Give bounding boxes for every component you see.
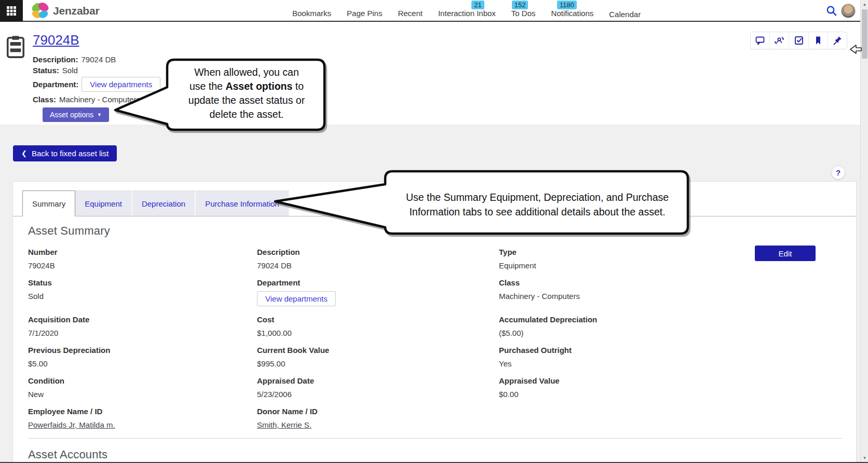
field-empty [499,406,750,430]
asset-summary-heading: Asset Summary [28,224,110,238]
main-nav: Bookmarks Page Pins Recent 21 Interactio… [292,0,641,22]
field-previous-depreciation: Previous Depreciation $5.00 [28,345,257,369]
interaction-sync-button[interactable] [770,32,789,49]
field-description: Description 79024 DB [257,247,499,271]
field-current-book-value: Current Book Value $995.00 [257,345,499,369]
comment-button[interactable] [751,32,770,49]
vertical-scrollbar[interactable]: ▲ ▼ [860,0,868,463]
department-label: Department: [33,80,78,89]
callout-asset-options-text: When allowed, you can use the Asset opti… [172,65,321,121]
grid-icon [6,6,17,16]
scroll-down-arrow[interactable]: ▼ [861,454,868,462]
page: Jenzabar Bookmarks Page Pins Recent 21 I… [0,0,868,463]
jenzabar-butterfly-icon [30,1,50,21]
brand-logo[interactable]: Jenzabar [30,1,99,21]
nav-notifications[interactable]: 1180 Notifications [551,5,594,18]
section-divider [28,438,842,439]
notifications-badge: 1180 [557,1,577,9]
chevron-left-icon: ❮ [21,149,27,157]
view-departments-button-summary[interactable]: View departments [257,291,336,306]
tab-depreciation[interactable]: Depreciation [132,190,196,216]
app-launcher-button[interactable] [0,0,23,22]
pin-button[interactable] [828,32,847,49]
asset-options-button[interactable]: Asset options ▼ [43,107,109,122]
nav-interaction-inbox[interactable]: 21 Interaction Inbox [438,5,496,18]
comment-icon [755,35,765,46]
description-value: 79024 DB [82,55,116,64]
description-label: Description: [33,55,78,64]
employee-link[interactable]: Powerfaids Jr, Matilda m. [28,420,115,429]
nav-page-pins[interactable]: Page Pins [347,5,382,18]
edit-button[interactable]: Edit [755,246,816,261]
search-button[interactable] [825,5,838,17]
field-appraised-date: Appraised Date 5/23/2006 [257,376,499,400]
field-purchased-outright: Purchased Outright Yes [499,345,750,369]
asset-accounts-heading: Asset Accounts [28,448,107,461]
nav-calendar[interactable]: Calendar [609,4,641,19]
status-line: Status: Sold [33,66,78,75]
description-line: Description: 79024 DB [33,55,116,64]
clipboard-icon [6,35,25,60]
chevron-down-icon: ▼ [97,112,102,117]
donor-link[interactable]: Smith, Kerrie S. [257,420,311,429]
nav-recent[interactable]: Recent [398,5,423,18]
field-type: Type Equipment [499,247,750,271]
field-employee-name-id: Employee Name / ID Powerfaids Jr, Matild… [28,406,257,430]
nav-to-dos[interactable]: 152 To Dos [511,5,536,18]
field-status: Status Sold [28,278,257,308]
tab-equipment[interactable]: Equipment [75,190,132,216]
field-acquisition-date: Acquisition Date 7/1/2020 [28,315,257,338]
field-condition: Condition New [28,376,257,400]
asset-summary-grid: Number 79024B Description 79024 DB Type … [28,247,750,437]
task-button[interactable] [789,32,808,49]
mouse-cursor [849,44,863,55]
callout-tabs-text: Use the Summary Equipment, Depreciation,… [399,190,676,219]
bookmark-button[interactable] [809,32,828,49]
search-icon [825,5,838,17]
field-accumulated-depreciation: Accumulated Depreciation ($5.00) [499,315,750,338]
field-cost: Cost $1,000.00 [257,315,499,338]
back-to-fixed-asset-list-button[interactable]: ❮ Back to fixed asset list [13,145,117,161]
pushpin-icon [832,35,843,46]
user-avatar[interactable] [841,4,856,18]
status-value: Sold [62,66,78,75]
bookmark-icon [813,35,823,46]
scroll-up-arrow[interactable]: ▲ [861,0,868,8]
tab-summary[interactable]: Summary [22,190,75,216]
to-dos-badge: 152 [512,1,528,9]
field-appraised-value: Appraised Value $0.00 [499,376,750,400]
field-number: Number 79024B [28,247,257,271]
task-check-icon [794,35,804,46]
asset-mini-toolbar [750,32,847,49]
interaction-inbox-badge: 21 [471,1,484,9]
class-label: Class: [33,95,56,104]
status-label: Status: [33,66,59,75]
brand-name: Jenzabar [53,5,99,17]
field-class: Class Machinery - Computers [499,278,750,308]
field-department: Department View departments [257,278,499,308]
top-navigation-bar: Jenzabar Bookmarks Page Pins Recent 21 I… [0,0,868,22]
user-sync-icon [774,35,784,46]
field-donor-name-id: Donor Name / ID Smith, Kerrie S. [257,406,499,430]
help-button[interactable]: ? [831,166,845,180]
asset-number-link[interactable]: 79024B [33,32,79,48]
nav-bookmarks[interactable]: Bookmarks [292,5,331,18]
